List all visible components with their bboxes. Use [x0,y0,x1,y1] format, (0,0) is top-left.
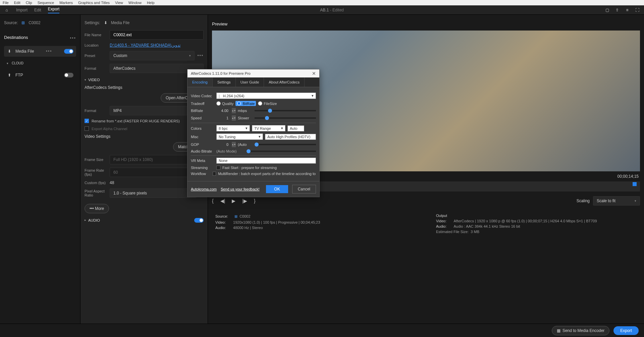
dest-media-file[interactable]: ⬇ Media File ••• [4,46,76,57]
tab-edit[interactable]: Edit [34,8,41,12]
bpc-select[interactable]: 8 bpc▾ [216,125,250,131]
media-encoder-icon: ▦ [557,328,560,333]
destinations-panel: Source: ⊞ C0002 Destinations••• ⬇ Media … [0,15,80,325]
send-to-encoder-button[interactable]: ▦Send to Media Encoder [552,326,609,335]
scaling-select[interactable]: Scale to fit▾ [593,196,640,206]
speed-stepper[interactable]: ▲▼ [232,115,236,121]
mark-out-button[interactable]: } [254,198,256,204]
dest-cloud-label: CLOUD [12,61,23,65]
tab-user-guide[interactable]: User Guide [236,77,264,87]
rename-checkbox[interactable]: ✓ [85,119,89,123]
format-label: Format [85,66,110,70]
source-info: Source: ⊞ C0002 Video: 1920x1080 (1.0) |… [215,212,416,235]
speed-label: Speed [191,116,214,120]
vr-meta-select[interactable]: None [216,158,316,164]
home-icon[interactable]: ⌂ [4,7,9,13]
file-name-input[interactable] [110,30,204,40]
audio-bitrate-slider[interactable] [247,151,316,152]
audio-section-header[interactable]: ▸AUDIO [85,218,204,223]
menu-file[interactable]: File [3,1,9,5]
frame-size-label: Frame Size [85,158,110,162]
radio-quality[interactable]: Quality [216,101,233,106]
tab-settings[interactable]: Settings [213,77,236,87]
feedback-link[interactable]: Send us your feedback! [221,187,260,191]
timeline-out-marker[interactable] [633,182,637,186]
preset-select[interactable]: Custom▾ [110,51,195,60]
colors-auto-input[interactable] [287,125,304,131]
menu-help[interactable]: Help [147,1,155,5]
preset-label: Preset [85,54,110,58]
menu-markers[interactable]: Markers [59,1,73,5]
dest-cloud[interactable]: ▾ CLOUD [4,59,76,68]
menu-view[interactable]: View [115,1,123,5]
gop-stepper[interactable]: ▲▼ [232,142,236,147]
panel-icon[interactable]: ≡ [625,7,630,13]
bitrate-stepper[interactable]: ▲▼ [232,108,236,113]
workflow-label: Workflow [191,172,211,176]
alpha-checkbox[interactable] [85,126,89,131]
radio-filesize[interactable]: FileSize [258,101,277,106]
gop-slider[interactable] [255,144,316,145]
dest-ftp-toggle[interactable] [64,73,73,77]
menu-window[interactable]: Window [128,1,142,5]
tab-about[interactable]: About AfterCodecs [264,77,305,87]
par-select[interactable]: 1.0 - Square pixels▾ [110,188,197,198]
vr-meta-label: VR Meta [191,159,214,163]
destinations-heading: Destinations [4,35,28,40]
more-button[interactable]: ••• More [85,204,109,213]
dest-ftp[interactable]: ⬆ FTP [4,70,76,80]
workflow-desc: MultiRender : batch export parts of the … [218,172,316,176]
tab-export[interactable]: Export [48,7,60,13]
location-link[interactable]: D:\1403.5 - YADVARE SHOHADA\تدوين [110,43,180,48]
close-icon[interactable]: ✕ [312,71,316,76]
video-codec-select[interactable]: |H.264 (x264)▾ [216,93,316,99]
destinations-menu[interactable]: ••• [70,36,76,41]
range-select[interactable]: TV Range▾ [252,125,285,131]
export-icon: ⬇ [103,20,108,25]
autokroma-link[interactable]: Autokroma.com [191,187,217,191]
preset-menu[interactable]: ••• [197,53,204,58]
workflow-checkbox[interactable] [213,172,216,176]
ok-button[interactable]: OK [266,185,288,193]
cancel-button[interactable]: Cancel [292,185,316,193]
profile-input[interactable] [265,134,316,140]
dest-media-menu[interactable]: ••• [46,49,52,54]
video-section-header[interactable]: ▾VIDEO [85,78,204,82]
radio-bitrate[interactable]: BitRate [235,101,256,106]
step-fwd-button[interactable]: |▶ [242,198,247,204]
audio-bitrate-value: (Auto Mode) [216,149,243,153]
tab-encoding[interactable]: Encoding [187,77,213,87]
streaming-checkbox[interactable] [216,166,220,170]
menu-clip[interactable]: Clip [26,1,32,5]
file-name-label: File Name [85,33,110,37]
frame-rate-label: Frame Rate (fps) [85,168,110,176]
audio-toggle[interactable] [194,218,204,223]
fullscreen-icon[interactable]: ⛶ [635,7,640,13]
colors-label: Colors [191,126,214,130]
alpha-label: Export Alpha Channel [92,127,127,131]
bottom-bar: ▦Send to Media Encoder Export [0,324,644,337]
output-info: Output Video: AfterCodecs | 1920 x 1080 … [436,212,637,235]
workspace-icon[interactable]: ▢ [604,7,610,13]
menu-sequence[interactable]: Sequence [38,1,54,5]
menu-edit[interactable]: Edit [14,1,20,5]
export-button[interactable]: Export [613,326,639,335]
tuning-select[interactable]: No Tuning▾ [216,133,263,140]
speed-slider[interactable] [255,117,316,119]
step-back-button[interactable]: ◀| [220,198,225,204]
gop-label: GOP [191,143,214,147]
speed-unit: Slower [238,116,251,120]
tab-import[interactable]: Import [16,8,28,12]
play-button[interactable]: ▶ [232,198,235,204]
toolbar: ⌂ Import Edit Export AB.1 - Edited ▢ ⇧ ≡… [0,5,644,15]
dest-media-toggle[interactable] [64,49,73,54]
share-icon[interactable]: ⇧ [614,7,620,13]
menu-graphics[interactable]: Graphics and Titles [78,1,110,5]
bitrate-value: 4.00 [216,109,228,113]
format2-label: Format [85,109,110,113]
mark-in-button[interactable]: { [212,198,214,204]
source-name: C0002 [29,20,40,25]
source-icon: ⊞ [20,20,26,25]
bitrate-slider[interactable] [255,110,316,111]
settings-heading: Settings: [85,20,100,25]
